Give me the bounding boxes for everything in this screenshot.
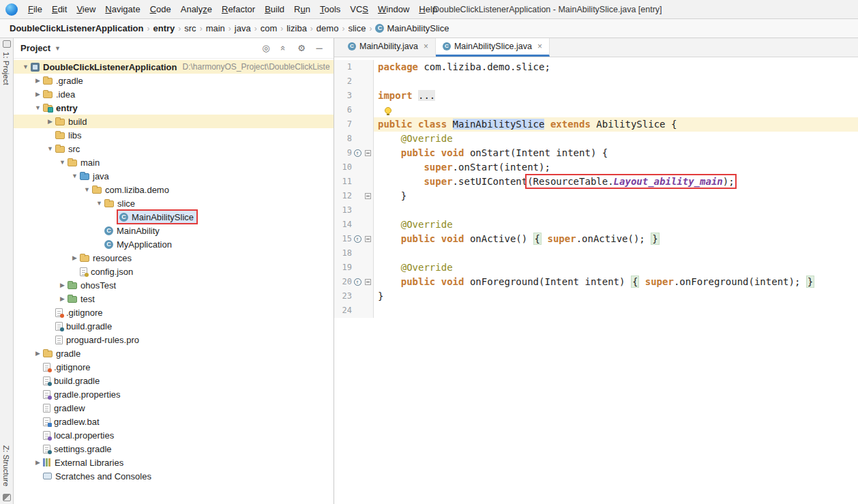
tree-row[interactable]: CMyApplication: [14, 237, 334, 251]
tree-row[interactable]: ▶build: [14, 115, 334, 128]
editor-tab-mainability-java[interactable]: CMainAbility.java×: [341, 38, 436, 57]
chevron-expanded-icon[interactable]: ▼: [57, 159, 68, 166]
tree-row[interactable]: gradlew: [14, 401, 334, 415]
gear-icon[interactable]: ⚙: [294, 43, 309, 53]
tree-row[interactable]: ▶.gradle: [14, 74, 334, 87]
chevron-expanded-icon[interactable]: ▼: [70, 173, 80, 179]
collapse-all-icon[interactable]: «: [276, 43, 291, 53]
breadcrumb-item-doubleclicklistenerapplication[interactable]: DoubleClickListenerApplication: [7, 22, 146, 35]
menu-vcs[interactable]: VCS: [345, 0, 373, 19]
override-method-icon[interactable]: ↑: [354, 278, 361, 286]
tree-row[interactable]: gradlew.bat: [14, 415, 334, 428]
tree-row[interactable]: config.json: [14, 265, 334, 278]
tree-row[interactable]: ▼entry: [14, 101, 334, 115]
tool-button-project[interactable]: 1: Project: [2, 52, 10, 85]
tree-row[interactable]: build.gradle: [14, 319, 334, 333]
selected-identifier: MainAbilitySlice: [453, 119, 545, 130]
project-panel-title[interactable]: Project: [20, 43, 50, 53]
tree-row[interactable]: .gitignore: [14, 306, 334, 319]
tree-row[interactable]: ▼com.liziba.demo: [14, 183, 334, 196]
module-folder-icon: [43, 105, 53, 112]
breadcrumb-item-liziba[interactable]: liziba: [284, 22, 310, 35]
chevron-expanded-icon[interactable]: ▼: [82, 186, 92, 193]
hide-panel-icon[interactable]: ─: [312, 43, 327, 53]
tool-button-structure[interactable]: Z: Structure: [2, 445, 10, 486]
editor-tab-mainabilityslice-java[interactable]: CMainAbilitySlice.java×: [436, 38, 550, 57]
tree-row[interactable]: local.properties: [14, 428, 334, 442]
breadcrumb-item-slice[interactable]: slice: [345, 22, 368, 35]
intention-bulb-icon[interactable]: [385, 107, 391, 114]
tree-row[interactable]: CMainAbility: [14, 224, 334, 237]
chevron-expanded-icon[interactable]: ▼: [45, 145, 55, 152]
tree-item-label: build.gradle: [54, 376, 100, 386]
chevron-collapsed-icon[interactable]: ▶: [45, 118, 55, 125]
chevron-expanded-icon[interactable]: ▼: [94, 200, 104, 207]
breadcrumb-item-demo[interactable]: demo: [314, 22, 342, 35]
tab-label: MainAbility.java: [359, 42, 418, 51]
tree-row[interactable]: ▼src: [14, 142, 334, 155]
menu-window[interactable]: Window: [373, 0, 414, 19]
override-method-icon[interactable]: ↑: [354, 235, 361, 243]
menu-refactor[interactable]: Refactor: [217, 0, 260, 19]
tree-row[interactable]: ▼DoubleClickListenerApplicationD:\harmon…: [14, 60, 334, 74]
menu-view[interactable]: View: [72, 0, 100, 19]
fold-marker-icon[interactable]: [365, 193, 371, 199]
code-editor[interactable]: 1package com.liziba.demo.slice;23import …: [334, 57, 858, 504]
chevron-collapsed-icon[interactable]: ▶: [33, 91, 43, 98]
chevron-expanded-icon[interactable]: ▼: [33, 104, 43, 111]
chevron-collapsed-icon[interactable]: ▶: [57, 295, 68, 302]
fold-marker-icon[interactable]: [365, 150, 371, 156]
tree-row[interactable]: ▶gradle: [14, 346, 334, 360]
tree-row[interactable]: gradle.properties: [14, 387, 334, 401]
tree-row[interactable]: ▶.idea: [14, 87, 334, 101]
tree-row[interactable]: ▶External Libraries: [14, 456, 334, 469]
chevron-collapsed-icon[interactable]: ▶: [33, 77, 43, 84]
close-tab-icon[interactable]: ×: [537, 42, 542, 51]
tree-row[interactable]: .gitignore: [14, 360, 334, 374]
project-tool-window-icon[interactable]: [3, 40, 11, 48]
tree-row[interactable]: ▼main: [14, 155, 334, 169]
menu-navigate[interactable]: Navigate: [100, 0, 145, 19]
close-tab-icon[interactable]: ×: [424, 42, 428, 51]
folder-icon: [55, 146, 65, 153]
menu-run[interactable]: Run: [289, 0, 315, 19]
menu-tools[interactable]: Tools: [315, 0, 345, 19]
breadcrumb-item-src[interactable]: src: [181, 22, 198, 35]
locate-file-icon[interactable]: ◎: [258, 43, 273, 53]
code-line: 9↑ public void onStart(Intent intent) {: [334, 146, 858, 160]
folder-icon: [43, 78, 53, 85]
tree-row[interactable]: ▼slice: [14, 196, 334, 210]
fold-marker-icon[interactable]: [365, 236, 371, 242]
breadcrumb-item-entry[interactable]: entry: [150, 22, 177, 35]
chevron-collapsed-icon[interactable]: ▶: [70, 254, 80, 261]
menu-build[interactable]: Build: [260, 0, 289, 19]
tree-row[interactable]: CMainAbilitySlice: [14, 210, 334, 224]
chevron-collapsed-icon[interactable]: ▶: [33, 350, 43, 357]
code-text: public void onActive() { super.onActive(…: [374, 232, 858, 246]
tree-row[interactable]: ▶test: [14, 292, 334, 306]
override-method-icon[interactable]: ↑: [354, 149, 361, 157]
project-panel: Project ▼ ◎ « ⚙ ─ ▼DoubleClickListenerAp…: [14, 38, 334, 504]
chevron-collapsed-icon[interactable]: ▶: [33, 459, 43, 466]
tree-row[interactable]: Scratches and Consoles: [14, 469, 334, 483]
tree-row[interactable]: settings.gradle: [14, 442, 334, 456]
tree-row[interactable]: ▶resources: [14, 251, 334, 265]
tree-row[interactable]: libs: [14, 128, 334, 142]
menu-edit[interactable]: Edit: [47, 0, 72, 19]
menu-file[interactable]: File: [23, 0, 47, 19]
chevron-collapsed-icon[interactable]: ▶: [57, 282, 68, 288]
breadcrumb-item-java[interactable]: java: [232, 22, 254, 35]
chevron-expanded-icon[interactable]: ▼: [20, 63, 31, 70]
fold-marker-icon[interactable]: [365, 279, 371, 285]
menu-analyze[interactable]: Analyze: [176, 0, 217, 19]
tree-row[interactable]: build.gradle: [14, 374, 334, 387]
toolwindow-toggle-icon[interactable]: [3, 494, 11, 501]
breadcrumb-item-mainabilityslice[interactable]: CMainAbilitySlice: [372, 22, 452, 35]
folder-test-icon: [68, 282, 77, 289]
tree-row[interactable]: ▶ohosTest: [14, 278, 334, 292]
tree-row[interactable]: ▼java: [14, 169, 334, 183]
breadcrumb-item-com[interactable]: com: [258, 22, 280, 35]
menu-code[interactable]: Code: [145, 0, 176, 19]
tree-row[interactable]: proguard-rules.pro: [14, 333, 334, 346]
breadcrumb-item-main[interactable]: main: [203, 22, 228, 35]
